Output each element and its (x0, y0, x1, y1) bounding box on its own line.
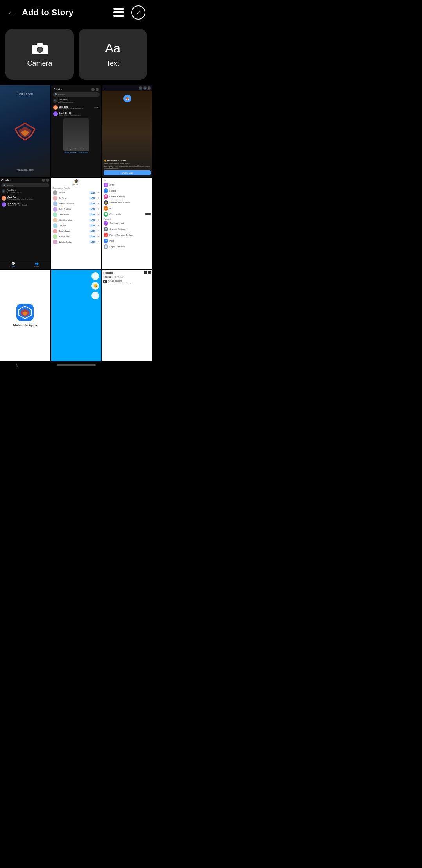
invite-icon: 🎓 (53, 179, 100, 183)
switch-icon: ⭮ (104, 221, 108, 226)
mini-icon-2 (96, 88, 99, 91)
settings-icon: ⚙ (104, 227, 108, 231)
person-avatar-2 (53, 196, 57, 201)
person-avatar-7 (53, 223, 57, 228)
emoji-btn[interactable]: 😊 (91, 282, 99, 290)
cell3-cam-icon: 📷 (139, 86, 142, 90)
menu-report[interactable]: ⚠ Report Technical Problem (104, 233, 151, 237)
dismiss-10[interactable]: ✕ (97, 240, 100, 244)
back-button[interactable]: ← (7, 7, 16, 18)
m-label: M (109, 207, 111, 210)
cell4-people-tab: People (34, 265, 39, 267)
person-row-6: Migu Gonçalves ADD ✕ (53, 218, 100, 222)
grid-item-room[interactable]: ← 📷 📹 ✕ 🦊 👋 Malavida's Room Wait a few m… (102, 85, 152, 177)
person-row-5: Ximo Reyes ADD ✕ (53, 212, 100, 217)
dismiss-9[interactable]: ✕ (97, 235, 100, 238)
add-btn-6[interactable]: ADD (89, 219, 96, 222)
menu-photos[interactable]: 🖼 Photos & Media (104, 194, 151, 199)
dismiss-1[interactable]: ✕ (97, 191, 100, 194)
menu-account-settings[interactable]: ⚙ Account Settings (104, 227, 151, 231)
grid-item-chats[interactable]: Chats 🔍 Search + Your StoryAdd to your s… (51, 85, 102, 177)
dismiss-6[interactable]: ✕ (97, 219, 100, 222)
share-link-btn[interactable]: SHARE LINK (104, 170, 151, 175)
add-btn-5[interactable]: ADD (89, 213, 96, 216)
grid-item-menu[interactable]: Me ✉ SMS 👥 People 🖼 Photos & Media 🔒 Sec… (102, 178, 152, 269)
add-btn-9[interactable]: ADD (89, 235, 96, 238)
chat-heads-label: Chat Heads (109, 213, 121, 215)
svg-rect-0 (113, 8, 124, 10)
person-row-7: Eko Ucil ADD ✕ (53, 223, 100, 228)
menu-switch[interactable]: ⭮ Switch Account (104, 221, 151, 226)
menu-help[interactable]: ? Help (104, 239, 151, 243)
chats-title-2: Chats (1, 179, 10, 182)
list-btn[interactable]: ≡ (91, 292, 99, 299)
menu-chat-heads[interactable]: 💬 Chat Heads (104, 212, 151, 217)
person-row-3: Morad El Manyari ADD ✕ (53, 201, 100, 206)
add-btn-4[interactable]: ADD (89, 208, 96, 211)
photos-label: Photos & Media (109, 195, 125, 198)
grid-item-chats-2[interactable]: Chats 🔍 Search + Your StoryAdd to your s… (0, 178, 50, 269)
add-btn-1[interactable]: ADD (89, 191, 96, 194)
video-icon: ▶ (103, 280, 107, 283)
dismiss-4[interactable]: ✕ (97, 208, 100, 211)
m-icon: M (104, 206, 108, 211)
person-row-8: Osee Libwaki ADD ✕ (53, 229, 100, 233)
menu-sms[interactable]: ✉ SMS (104, 183, 151, 187)
dismiss-2[interactable]: ✕ (97, 197, 100, 200)
stack-icon[interactable] (112, 5, 126, 20)
create-room-row[interactable]: ▶ Create a Room Use a link to video chat… (103, 280, 151, 284)
tab-stories[interactable]: STORIES (114, 276, 125, 278)
grid-item-contacts[interactable]: 🎓 INVITE Suggested People এস ডি মন ADD ✕… (51, 178, 102, 269)
menu-legal[interactable]: 📄 Legal & Policies (104, 244, 151, 249)
home-indicator (57, 364, 96, 366)
nav-back-arrow[interactable]: ‹ (16, 361, 18, 369)
grid-item-people[interactable]: People ACTIVE STORIES ▶ Create a Room Us… (102, 270, 152, 361)
person-avatar-8 (53, 229, 57, 233)
cell3-back: ← (104, 87, 106, 89)
chat-heads-toggle[interactable] (145, 213, 151, 215)
mini-story-text: Your StoryAdd to your story (58, 98, 73, 103)
menu-m[interactable]: M M (104, 206, 151, 211)
grid-item-malavida-app[interactable]: Malavida Apps (0, 270, 50, 361)
legal-label: Legal & Policies (109, 246, 125, 248)
tab-active[interactable]: ACTIVE (103, 276, 113, 278)
dismiss-8[interactable]: ✕ (97, 230, 100, 233)
cell3-vid-icon: 📹 (143, 86, 147, 90)
add-btn-8[interactable]: ADD (89, 230, 96, 233)
add-btn-3[interactable]: ADD (89, 202, 96, 205)
dismiss-3[interactable]: ✕ (97, 202, 100, 205)
chat-search-2: 🔍 Search (1, 183, 49, 187)
story-options-row: Camera Aa Text (0, 25, 152, 85)
help-icon: ? (104, 239, 108, 243)
dismiss-7[interactable]: ✕ (97, 224, 100, 227)
mini-screenshot: Share your link to invite others (63, 118, 89, 151)
add-btn-2[interactable]: ADD (89, 197, 96, 200)
text-option[interactable]: Aa Text (79, 29, 147, 80)
room-name: 👋 Malavida's Room (104, 159, 151, 162)
camera-option[interactable]: Camera (5, 29, 74, 80)
text-icon: Aa (105, 41, 120, 56)
camera-icon (31, 41, 48, 56)
svg-point-4 (38, 47, 42, 52)
add-btn-10[interactable]: ADD (89, 240, 96, 244)
chats-mini-title: Chats (54, 88, 62, 91)
person-avatar-3 (53, 201, 57, 206)
person-avatar-10 (53, 240, 57, 244)
mini-chat-sub-1: You changed the chat theme to... (59, 108, 93, 110)
help-label: Help (109, 240, 114, 242)
person-row-2: Bar Tano ADD ✕ (53, 196, 100, 201)
chat-sub-4: Stack Hit 3D: Your friends... (7, 204, 49, 206)
person-avatar-4 (53, 207, 57, 212)
chat-heads-icon: 💬 (104, 212, 108, 217)
confirm-button[interactable]: ✓ (131, 5, 145, 20)
menu-people[interactable]: 👥 People (104, 188, 151, 193)
legal-icon: 📄 (104, 244, 108, 249)
add-btn-7[interactable]: ADD (89, 224, 96, 227)
account-section: Account (104, 218, 151, 220)
grid-item-call-ended[interactable]: Call Ended malavida.com (0, 85, 50, 177)
dismiss-5[interactable]: ✕ (97, 213, 100, 216)
menu-secret[interactable]: 🔒 Secret Conversations (104, 200, 151, 205)
grid-item-text-editor[interactable]: Aa 😊 ≡ (51, 270, 102, 361)
aa-btn[interactable]: Aa (91, 272, 99, 280)
people-title: People (103, 271, 113, 274)
